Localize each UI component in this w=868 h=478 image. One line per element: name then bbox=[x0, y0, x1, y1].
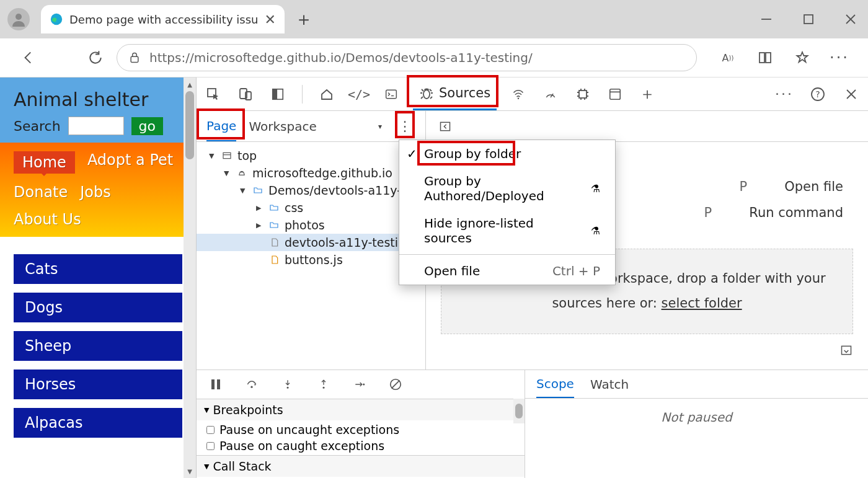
pause-uncaught-label: Pause on uncaught exceptions bbox=[219, 423, 399, 436]
tree-js-file[interactable]: buttons.js bbox=[197, 251, 425, 268]
application-tab-icon[interactable] bbox=[604, 84, 626, 105]
nav-home[interactable]: Home bbox=[14, 151, 75, 174]
menu-open-file-label: Open file bbox=[424, 263, 480, 278]
read-aloud-icon[interactable]: A)) bbox=[718, 48, 738, 68]
tree-top[interactable]: ▼top bbox=[197, 147, 425, 164]
search-input[interactable] bbox=[68, 117, 124, 135]
step-icon[interactable] bbox=[349, 374, 370, 395]
devtools-help-icon[interactable]: ? bbox=[807, 84, 828, 105]
tree-css-label: css bbox=[285, 201, 303, 215]
memory-tab-icon[interactable] bbox=[572, 84, 593, 105]
tree-css[interactable]: ▶css bbox=[197, 199, 425, 216]
select-folder-link[interactable]: select folder bbox=[662, 296, 742, 311]
animal-link-horses[interactable]: Horses bbox=[14, 370, 182, 399]
menu-group-authored[interactable]: Group by Authored/Deployed⚗ bbox=[399, 167, 615, 210]
animal-link-dogs[interactable]: Dogs bbox=[14, 293, 182, 322]
devtools-tabbar: </> Sources ＋ ··· ? bbox=[197, 77, 868, 111]
search-go-button[interactable]: go bbox=[131, 117, 163, 135]
tree-js-label: buttons.js bbox=[285, 253, 343, 267]
reading-view-icon[interactable] bbox=[755, 48, 775, 68]
pause-icon[interactable] bbox=[205, 374, 226, 395]
network-tab-icon[interactable] bbox=[508, 84, 529, 105]
tree-path[interactable]: ▼Demos/devtools-a11y-te bbox=[197, 182, 425, 199]
step-out-icon[interactable] bbox=[313, 374, 334, 395]
browser-tab[interactable]: Demo page with accessibility issu ✕ bbox=[41, 5, 285, 33]
inspect-icon[interactable] bbox=[203, 84, 224, 105]
welcome-tab-icon[interactable] bbox=[316, 84, 337, 105]
title-bar: Demo page with accessibility issu ✕ ＋ bbox=[0, 0, 868, 38]
step-over-icon[interactable] bbox=[241, 374, 262, 395]
settings-more-icon[interactable]: ··· bbox=[830, 48, 849, 68]
svg-rect-13 bbox=[273, 89, 277, 99]
svg-rect-6 bbox=[131, 56, 138, 62]
close-window-button[interactable] bbox=[841, 9, 861, 29]
tree-top-label: top bbox=[237, 149, 257, 162]
call-stack-label: Call Stack bbox=[213, 459, 271, 473]
svg-rect-14 bbox=[386, 90, 397, 98]
tree-path-label: Demos/devtools-a11y-te bbox=[268, 184, 413, 197]
toggle-navigator-icon[interactable] bbox=[435, 116, 456, 137]
nav-about[interactable]: About Us bbox=[14, 211, 81, 228]
navigator-workspace-tab[interactable]: Workspace ▾ bbox=[249, 111, 382, 141]
svg-rect-8 bbox=[766, 53, 771, 63]
devtools-close-icon[interactable] bbox=[841, 84, 862, 105]
deactivate-breakpoints-icon[interactable] bbox=[385, 374, 406, 395]
nav-donate[interactable]: Donate bbox=[14, 184, 68, 201]
breakpoints-label: Breakpoints bbox=[213, 403, 283, 417]
svg-point-33 bbox=[363, 384, 365, 386]
breakpoints-scrollbar[interactable] bbox=[513, 399, 525, 423]
devtools-more-icon[interactable]: ··· bbox=[774, 84, 795, 105]
animal-link-alpacas[interactable]: Alpacas bbox=[14, 408, 182, 438]
more-tabs-icon[interactable]: ＋ bbox=[637, 84, 658, 105]
back-button[interactable] bbox=[19, 48, 38, 68]
elements-tab-icon[interactable]: </> bbox=[348, 84, 370, 105]
animal-link-cats[interactable]: Cats bbox=[14, 254, 182, 284]
svg-rect-28 bbox=[211, 379, 215, 389]
menu-hide-ignore-label: Hide ignore-listed sources bbox=[424, 216, 585, 246]
step-into-icon[interactable] bbox=[277, 374, 298, 395]
svg-line-35 bbox=[392, 381, 400, 389]
svg-point-30 bbox=[250, 386, 252, 388]
tab-close-icon[interactable]: ✕ bbox=[264, 12, 275, 27]
profile-icon[interactable] bbox=[7, 8, 30, 30]
page-scrollbar[interactable]: ▲ ▼ bbox=[184, 77, 196, 478]
navigator-page-tab[interactable]: Page bbox=[206, 111, 236, 141]
sources-tab[interactable]: Sources bbox=[413, 77, 497, 110]
console-tab-icon[interactable] bbox=[381, 84, 402, 105]
tree-photos[interactable]: ▶photos bbox=[197, 216, 425, 234]
url-text: https://microsoftedge.github.io/Demos/de… bbox=[149, 50, 685, 65]
watch-tab[interactable]: Watch bbox=[590, 370, 629, 398]
workspace-tab-label: Workspace bbox=[249, 119, 316, 134]
menu-open-file[interactable]: Open fileCtrl + P bbox=[399, 257, 615, 285]
tree-domain[interactable]: ▼microsoftedge.github.io bbox=[197, 164, 425, 182]
address-bar[interactable]: https://microsoftedge.github.io/Demos/de… bbox=[117, 44, 697, 71]
page-viewport: Animal shelter Search go Home Adopt a Pe… bbox=[0, 77, 196, 478]
new-tab-button[interactable]: ＋ bbox=[294, 7, 313, 32]
nav-adopt[interactable]: Adopt a Pet bbox=[87, 151, 173, 174]
dock-icon[interactable] bbox=[267, 84, 288, 105]
minimize-button[interactable] bbox=[756, 9, 776, 29]
menu-group-by-folder[interactable]: ✓Group by folder bbox=[399, 140, 615, 167]
refresh-button[interactable] bbox=[86, 48, 105, 68]
toggle-drawer-icon[interactable] bbox=[836, 340, 857, 361]
site-nav: Home Adopt a Pet Donate Jobs About Us bbox=[0, 143, 196, 237]
maximize-button[interactable] bbox=[799, 9, 818, 29]
breakpoints-section[interactable]: ▼Breakpoints bbox=[197, 399, 525, 420]
devtools-panel: </> Sources ＋ ··· ? Page bbox=[196, 77, 868, 478]
svg-rect-27 bbox=[842, 346, 851, 354]
call-stack-section[interactable]: ▼Call Stack bbox=[197, 455, 525, 477]
menu-hide-ignore[interactable]: Hide ignore-listed sources⚗ bbox=[399, 210, 615, 252]
device-toggle-icon[interactable] bbox=[235, 84, 256, 105]
pause-uncaught-checkbox[interactable]: Pause on uncaught exceptions bbox=[206, 423, 515, 436]
pause-caught-checkbox[interactable]: Pause on caught exceptions bbox=[206, 439, 515, 453]
animal-link-sheep[interactable]: Sheep bbox=[14, 331, 182, 361]
nav-jobs[interactable]: Jobs bbox=[80, 184, 111, 201]
debugger-toolbar bbox=[197, 370, 525, 399]
tree-html-label: devtools-a11y-testing/ bbox=[285, 236, 417, 249]
navigator-more-icon[interactable]: ⋮ bbox=[394, 116, 415, 137]
performance-tab-icon[interactable] bbox=[540, 84, 561, 105]
svg-rect-24 bbox=[223, 153, 231, 158]
favorite-icon[interactable] bbox=[792, 48, 812, 68]
tree-html-file[interactable]: devtools-a11y-testing/ bbox=[197, 234, 425, 251]
scope-tab[interactable]: Scope bbox=[536, 370, 574, 398]
